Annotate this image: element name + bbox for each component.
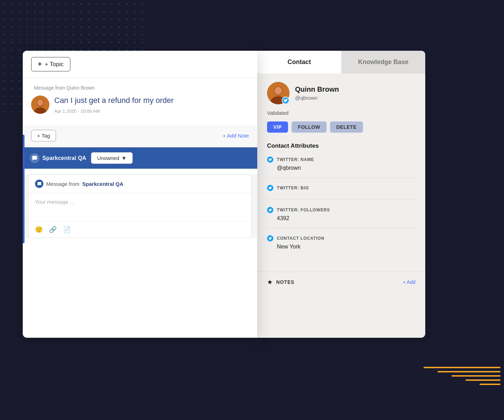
attribute-twitter-name: TWITTER: NAME @qbrown <box>267 156 415 178</box>
attribute-contact-location: CONTACT LOCATION New York <box>267 235 415 256</box>
message-actions-row: + Tag + Add Note <box>23 125 257 147</box>
add-note-link[interactable]: + Add <box>403 279 415 285</box>
reply-placeholder: Your message ... <box>35 199 74 205</box>
contact-header: Quinn Brown @qbrown <box>267 82 415 104</box>
reply-toolbar: 🙂 🔗 📄 <box>29 221 251 238</box>
reply-composer-header: Message from Sparkcentral QA <box>29 175 251 193</box>
contact-status: Validated <box>267 110 415 116</box>
follow-label: FOLLOW <box>298 124 320 130</box>
message-text: Can I just get a refund for my order <box>54 96 249 106</box>
panel-tabs: Contact Knowledge Base <box>257 51 425 74</box>
vip-button[interactable]: VIP <box>267 121 288 133</box>
attribute-twitter-followers: TWITTER: FOLLOWERS 4392 <box>267 207 415 228</box>
orange-line-3 <box>451 375 500 377</box>
contact-panel: Contact Knowledge Base <box>257 51 425 338</box>
attribute-label-row-followers: TWITTER: FOLLOWERS <box>267 207 415 213</box>
message-content: Can I just get a refund for my order Apr… <box>54 96 249 114</box>
reply-composer: Message from Sparkcentral QA Your messag… <box>28 174 252 238</box>
add-topic-button[interactable]: + + Topic <box>31 57 70 71</box>
contact-action-buttons: VIP FOLLOW DELETE <box>267 121 415 133</box>
left-accent-bar <box>23 135 24 243</box>
twitter-badge <box>282 97 289 104</box>
add-note-button[interactable]: + Add Note <box>223 133 249 139</box>
orange-lines-decoration <box>424 367 504 385</box>
contact-handle: @qbrown <box>295 95 339 101</box>
tab-knowledge-base[interactable]: Knowledge Base <box>341 51 425 74</box>
contact-name-block: Quinn Brown @qbrown <box>295 85 339 101</box>
attachment-icon[interactable]: 📄 <box>63 226 71 233</box>
orange-line-1 <box>424 367 500 368</box>
sparkcentral-badge: Sparkcentral QA <box>30 153 86 163</box>
composer-chat-icon <box>35 180 43 188</box>
contact-avatar <box>267 82 289 104</box>
conversation-panel: + + Topic Message from Quinn Brown <box>23 51 257 338</box>
tag-button-label: + Tag <box>37 133 50 139</box>
topic-bar: + + Topic <box>23 51 257 78</box>
twitter-name-value: @qbrown <box>267 165 415 171</box>
twitter-icon <box>267 156 273 163</box>
star-icon: ★ <box>267 278 273 286</box>
twitter-icon-followers <box>267 207 273 213</box>
attribute-twitter-bio: TWITTER: BIO <box>267 185 415 200</box>
twitter-icon-bio <box>267 185 273 191</box>
tab-contact-label: Contact <box>288 58 311 65</box>
notes-label: NOTES <box>276 279 294 285</box>
emoji-icon[interactable]: 🙂 <box>35 226 43 233</box>
twitter-bio-label: TWITTER: BIO <box>277 186 309 190</box>
contact-location-value: New York <box>267 244 415 250</box>
chat-icon <box>30 153 40 163</box>
twitter-followers-label: TWITTER: FOLLOWERS <box>277 208 330 212</box>
sender-avatar <box>31 96 49 114</box>
tab-contact[interactable]: Contact <box>257 51 341 74</box>
attribute-label-row-location: CONTACT LOCATION <box>267 235 415 241</box>
notes-label-row: ★ NOTES <box>267 278 294 286</box>
main-container: + + Topic Message from Quinn Brown <box>23 51 425 338</box>
attribute-label-row-bio: TWITTER: BIO <box>267 185 415 191</box>
reply-message-input[interactable]: Your message ... <box>29 193 251 221</box>
orange-line-2 <box>438 371 500 372</box>
composer-from-label: Message from <box>46 181 79 187</box>
orange-line-5 <box>479 384 500 385</box>
contact-location-label: CONTACT LOCATION <box>277 236 324 241</box>
follow-button[interactable]: FOLLOW <box>292 121 327 133</box>
notes-section: ★ NOTES + Add <box>257 272 425 292</box>
ownership-button[interactable]: Unowned ▼ <box>91 152 132 164</box>
twitter-followers-value: 4392 <box>267 215 415 222</box>
topic-label: + Topic <box>45 61 64 68</box>
tab-knowledge-base-label: Knowledge Base <box>358 58 408 65</box>
attributes-section: Contact Attributes TWITTER: NAME @qbrown <box>267 142 415 256</box>
attribute-label-row: TWITTER: NAME <box>267 156 415 163</box>
reply-source-label: Sparkcentral QA <box>42 155 86 161</box>
attributes-title: Contact Attributes <box>267 142 415 149</box>
reply-header: Sparkcentral QA Unowned ▼ <box>23 147 257 169</box>
svg-point-4 <box>38 99 43 105</box>
vip-label: VIP <box>273 124 282 130</box>
message-bubble: Can I just get a refund for my order Apr… <box>31 96 249 114</box>
delete-button[interactable]: DELETE <box>330 121 363 133</box>
orange-line-4 <box>465 379 500 381</box>
message-timestamp: Apr 1 2020 - 10:00 AM <box>54 108 249 114</box>
ownership-label: Unowned <box>97 155 119 161</box>
chevron-down-icon: ▼ <box>121 155 127 161</box>
twitter-name-label: TWITTER: NAME <box>277 157 314 162</box>
composer-from-name: Sparkcentral QA <box>82 181 124 187</box>
reply-section: Message from Sparkcentral QA Your messag… <box>23 174 257 238</box>
contact-info: Quinn Brown @qbrown Validated VIP FOLLOW… <box>257 74 425 272</box>
add-tag-button[interactable]: + Tag <box>31 130 56 141</box>
add-note-label: + Add Note <box>223 133 249 139</box>
twitter-icon-location <box>267 235 273 241</box>
link-icon[interactable]: 🔗 <box>49 226 57 233</box>
contact-name: Quinn Brown <box>295 85 339 93</box>
message-section: Message from Quinn Brown Can I just get … <box>23 78 257 125</box>
delete-label: DELETE <box>336 124 357 130</box>
plus-icon: + <box>38 60 42 68</box>
message-from-label: Message from Quinn Brown <box>31 85 249 91</box>
svg-point-9 <box>275 87 281 94</box>
